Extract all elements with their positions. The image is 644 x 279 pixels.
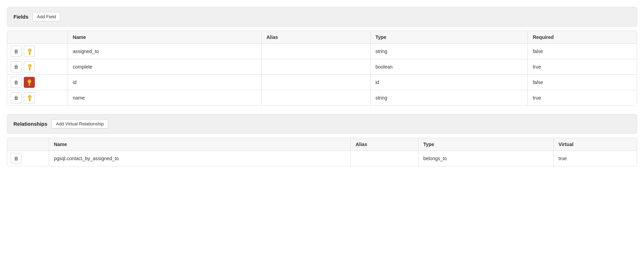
field-required-cell: false bbox=[528, 75, 637, 90]
fields-col-required: Required bbox=[528, 31, 637, 44]
add-virtual-relationship-button[interactable]: Add Virtual Relationship bbox=[51, 119, 108, 128]
trash-icon: 🗑 bbox=[14, 156, 19, 161]
relationships-table-header: Name Alias Type Virtual bbox=[7, 138, 637, 151]
field-name-cell: complete bbox=[68, 59, 262, 75]
rel-col-virtual: Virtual bbox=[554, 138, 637, 151]
fields-section-header: Fields Add Field bbox=[7, 7, 637, 27]
fields-section-title: Fields bbox=[13, 14, 28, 20]
fields-table-container: Name Alias Type Required 🗑🔑assigned_tost… bbox=[7, 31, 637, 106]
field-type-cell: id bbox=[370, 75, 528, 90]
relationships-table-body: 🗑pgsql.contact_by_assigned_tobelongs_tot… bbox=[7, 151, 637, 166]
field-key-button[interactable]: 🔑 bbox=[24, 92, 35, 103]
field-action-cell: 🗑🔑 bbox=[7, 90, 68, 106]
field-key-button[interactable]: 🔑 bbox=[24, 46, 35, 57]
field-required-cell: true bbox=[528, 59, 637, 75]
relationships-section-header: Relationships Add Virtual Relationship bbox=[7, 114, 637, 134]
add-field-button[interactable]: Add Field bbox=[32, 12, 60, 21]
field-alias-cell bbox=[261, 90, 370, 106]
fields-col-actions bbox=[7, 31, 68, 44]
trash-icon: 🗑 bbox=[14, 64, 19, 70]
table-row: 🗑pgsql.contact_by_assigned_tobelongs_tot… bbox=[7, 151, 637, 166]
field-delete-button[interactable]: 🗑 bbox=[11, 77, 22, 88]
field-required-cell: false bbox=[528, 44, 637, 59]
key-icon: 🔑 bbox=[25, 78, 33, 86]
relationships-table: Name Alias Type Virtual 🗑pgsql.contact_b… bbox=[7, 138, 637, 166]
field-delete-button[interactable]: 🗑 bbox=[11, 46, 22, 57]
rel-type-cell: belongs_to bbox=[418, 151, 553, 166]
field-name-cell: id bbox=[68, 75, 262, 90]
rel-action-cell: 🗑 bbox=[7, 151, 49, 166]
fields-table-body: 🗑🔑assigned_tostringfalse🗑🔑completeboolea… bbox=[7, 44, 637, 106]
fields-col-name: Name bbox=[68, 31, 262, 44]
field-type-cell: string bbox=[370, 90, 528, 106]
fields-table-header: Name Alias Type Required bbox=[7, 31, 637, 44]
rel-col-name: Name bbox=[49, 138, 351, 151]
field-action-cell: 🗑🔑 bbox=[7, 44, 68, 59]
trash-icon: 🗑 bbox=[14, 49, 19, 54]
rel-delete-button[interactable]: 🗑 bbox=[11, 153, 22, 164]
field-key-button[interactable]: 🔑 bbox=[24, 77, 35, 88]
key-icon: 🔑 bbox=[25, 63, 33, 71]
field-delete-button[interactable]: 🗑 bbox=[11, 61, 22, 72]
trash-icon: 🗑 bbox=[14, 95, 19, 101]
table-row: 🗑🔑assigned_tostringfalse bbox=[7, 44, 637, 59]
field-type-cell: string bbox=[370, 44, 528, 59]
field-action-cell: 🗑🔑 bbox=[7, 75, 68, 90]
field-key-button[interactable]: 🔑 bbox=[24, 61, 35, 72]
field-name-cell: name bbox=[68, 90, 262, 106]
fields-col-alias: Alias bbox=[261, 31, 370, 44]
field-name-cell: assigned_to bbox=[68, 44, 262, 59]
field-action-cell: 🗑🔑 bbox=[7, 59, 68, 75]
fields-col-type: Type bbox=[370, 31, 528, 44]
field-alias-cell bbox=[261, 44, 370, 59]
field-required-cell: true bbox=[528, 90, 637, 106]
fields-table: Name Alias Type Required 🗑🔑assigned_tost… bbox=[7, 31, 637, 105]
rel-col-actions bbox=[7, 138, 49, 151]
rel-name-cell: pgsql.contact_by_assigned_to bbox=[49, 151, 351, 166]
table-row: 🗑🔑completebooleantrue bbox=[7, 59, 637, 75]
rel-col-type: Type bbox=[418, 138, 553, 151]
key-icon: 🔑 bbox=[25, 47, 33, 55]
trash-icon: 🗑 bbox=[14, 80, 19, 85]
table-row: 🗑🔑namestringtrue bbox=[7, 90, 637, 106]
rel-alias-cell bbox=[351, 151, 418, 166]
relationships-section-title: Relationships bbox=[13, 121, 47, 127]
rel-virtual-cell: true bbox=[554, 151, 637, 166]
table-row: 🗑🔑ididfalse bbox=[7, 75, 637, 90]
field-type-cell: boolean bbox=[370, 59, 528, 75]
key-icon: 🔑 bbox=[25, 94, 33, 102]
field-delete-button[interactable]: 🗑 bbox=[11, 92, 22, 103]
rel-col-alias: Alias bbox=[351, 138, 418, 151]
field-alias-cell bbox=[261, 59, 370, 75]
relationships-table-container: Name Alias Type Virtual 🗑pgsql.contact_b… bbox=[7, 138, 637, 166]
field-alias-cell bbox=[261, 75, 370, 90]
